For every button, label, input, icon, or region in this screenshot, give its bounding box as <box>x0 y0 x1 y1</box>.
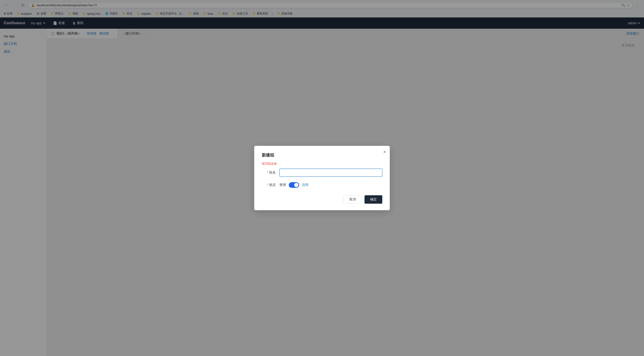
status-row: *状态 禁用 启用 <box>262 182 382 188</box>
required-asterisk: * <box>267 171 268 174</box>
group-name-label: *组名 <box>262 171 276 175</box>
toggle-enable-label: 启用 <box>302 183 308 187</box>
status-required-asterisk: * <box>267 183 268 187</box>
group-name-row: *组名 <box>262 169 382 177</box>
modal-title: 新建组 <box>262 152 382 158</box>
group-name-input[interactable] <box>280 169 382 177</box>
confirm-button[interactable]: 确定 <box>364 195 382 204</box>
modal-overlay[interactable]: 新建组 × 填写组名称 *组名 *状态 禁用 启用 <box>0 0 644 356</box>
modal-dialog: 新建组 × 填写组名称 *组名 *状态 禁用 启用 <box>254 146 390 210</box>
modal-close-button[interactable]: × <box>383 150 386 154</box>
toggle-container: 禁用 启用 <box>280 182 308 188</box>
modal-validation-text: 填写组名称 <box>262 162 382 166</box>
toggle-slider <box>289 182 299 188</box>
modal-footer: 取消 确定 <box>262 195 382 204</box>
toggle-switch[interactable] <box>289 182 299 188</box>
cancel-button[interactable]: 取消 <box>344 195 362 204</box>
toggle-disable-label: 禁用 <box>280 183 286 187</box>
status-label: *状态 <box>262 183 276 187</box>
